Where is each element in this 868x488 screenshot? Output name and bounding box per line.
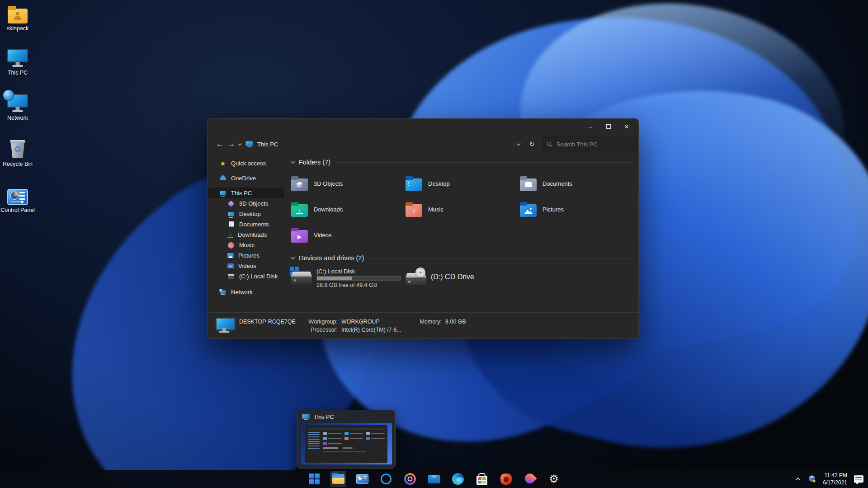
processor-value: Intel(R) Core(TM) i7-6... bbox=[341, 327, 410, 333]
hard-drive-icon bbox=[291, 270, 312, 286]
sidebar-item-downloads[interactable]: Downloads bbox=[208, 230, 284, 240]
cd-disc-icon bbox=[415, 267, 425, 277]
computer-icon bbox=[215, 318, 233, 333]
window-titlebar[interactable]: – ✕ bbox=[208, 119, 638, 134]
workgroup-value: WORKGROUP bbox=[341, 319, 410, 325]
taskbar-mail[interactable] bbox=[426, 471, 442, 487]
preview-thumbnail[interactable] bbox=[301, 423, 392, 465]
tray-overflow-chevron-icon[interactable] bbox=[795, 477, 801, 481]
folder-view: Folders (7) 3D Objects Desktop bbox=[284, 154, 642, 313]
folder-tile-music[interactable]: Music bbox=[406, 197, 520, 222]
folder-icon bbox=[291, 230, 308, 243]
taskbar-settings[interactable]: ⚙ bbox=[546, 471, 562, 487]
sidebar-item-documents[interactable]: Documents bbox=[208, 219, 284, 230]
collapse-chevron-icon[interactable] bbox=[291, 257, 295, 260]
sidebar-item-network[interactable]: Network bbox=[208, 286, 284, 297]
minimize-button[interactable]: – bbox=[581, 120, 599, 133]
play-glyph-icon bbox=[297, 232, 302, 240]
start-button[interactable] bbox=[306, 471, 322, 487]
memory-value: 8.00 GB bbox=[445, 319, 466, 325]
virtualbox-tray-icon[interactable] bbox=[807, 474, 816, 483]
sidebar-item-music[interactable]: Music bbox=[208, 240, 284, 250]
gear-icon: ⚙ bbox=[549, 474, 559, 484]
sidebar-item-pictures[interactable]: Pictures bbox=[208, 250, 284, 261]
taskbar-control-panel[interactable] bbox=[354, 471, 370, 487]
action-center-icon[interactable] bbox=[854, 475, 863, 483]
desktop-icon-label: This PC bbox=[8, 70, 28, 76]
free-space-text: 28.8 GB free of 49.4 GB bbox=[316, 282, 401, 288]
picture-glyph-icon bbox=[524, 208, 533, 214]
user-icon bbox=[13, 11, 22, 20]
desktop-icon-recycle-bin[interactable]: ♻ Recycle Bin bbox=[0, 139, 35, 168]
taskbar-edge[interactable] bbox=[450, 471, 466, 487]
desktop-icon-label: Recycle Bin bbox=[3, 161, 33, 168]
desktop-icon-this-pc[interactable]: This PC bbox=[0, 48, 35, 76]
folder-icon bbox=[8, 9, 28, 23]
sidebar-item-videos[interactable]: Videos bbox=[208, 261, 284, 271]
video-icon bbox=[227, 263, 234, 268]
navigation-bar: ← → This PC ↻ bbox=[208, 134, 638, 154]
taskbar-paint-3d[interactable] bbox=[522, 471, 538, 487]
sidebar-item-quick-access[interactable]: Quick access bbox=[208, 158, 284, 169]
section-header-folders[interactable]: Folders (7) bbox=[291, 157, 634, 168]
clock-date: 6/17/2021 bbox=[823, 479, 847, 486]
monitor-icon bbox=[7, 49, 28, 68]
sidebar-item-this-pc[interactable]: This PC bbox=[208, 188, 284, 198]
taskbar-clock[interactable]: 11:42 PM 6/17/2021 bbox=[823, 472, 847, 486]
drive-tile-c[interactable]: (C:) Local Disk 28.8 GB free of 49.4 GB bbox=[291, 267, 406, 288]
taskbar-thumbnail-preview[interactable]: This PC bbox=[297, 410, 396, 469]
taskbar-office[interactable] bbox=[498, 471, 514, 487]
groove-music-icon bbox=[404, 473, 416, 485]
folder-tile-3d-objects[interactable]: 3D Objects bbox=[291, 171, 406, 197]
address-text: This PC bbox=[257, 141, 278, 148]
mail-envelope-icon bbox=[428, 475, 440, 483]
document-icon bbox=[227, 221, 235, 228]
folder-tile-videos[interactable]: Videos bbox=[291, 222, 406, 248]
sidebar-item-3d-objects[interactable]: 3D Objects bbox=[208, 198, 284, 209]
taskbar: ⚙ 11:42 PM 6/17/2021 bbox=[0, 470, 868, 488]
navigation-pane: Quick access OneDrive This PC 3D Objects bbox=[208, 154, 284, 313]
sidebar-item-desktop[interactable]: Desktop bbox=[208, 209, 284, 219]
taskbar-file-explorer[interactable] bbox=[330, 471, 346, 487]
recent-locations-chevron-icon[interactable] bbox=[237, 143, 242, 146]
section-header-devices[interactable]: Devices and drives (2) bbox=[291, 253, 634, 263]
refresh-icon[interactable]: ↻ bbox=[529, 140, 535, 148]
download-glyph-icon bbox=[296, 207, 303, 214]
sidebar-item-c-drive[interactable]: (C:) Local Disk bbox=[208, 271, 284, 282]
maximize-button[interactable] bbox=[599, 120, 618, 133]
star-icon bbox=[219, 160, 226, 167]
download-arrow-icon bbox=[227, 232, 233, 238]
folder-tile-pictures[interactable]: Pictures bbox=[520, 197, 634, 222]
desktop-icon-network[interactable]: Network bbox=[0, 93, 35, 122]
back-button[interactable]: ← bbox=[214, 140, 226, 149]
folder-tile-documents[interactable]: Documents bbox=[520, 171, 634, 197]
folder-tile-desktop[interactable]: Desktop bbox=[406, 171, 520, 197]
drives-grid: (C:) Local Disk 28.8 GB free of 49.4 GB … bbox=[291, 267, 634, 288]
search-input[interactable] bbox=[557, 141, 629, 148]
processor-label: Processor: bbox=[302, 327, 338, 333]
address-bar[interactable]: This PC bbox=[245, 141, 278, 148]
preview-title: This PC bbox=[314, 414, 334, 420]
drive-tile-d[interactable]: (D:) CD Drive bbox=[406, 267, 520, 288]
close-button[interactable]: ✕ bbox=[618, 120, 636, 133]
folder-icon bbox=[291, 204, 308, 217]
taskbar-groove-music[interactable] bbox=[402, 471, 418, 487]
collapse-chevron-icon[interactable] bbox=[291, 161, 295, 164]
forward-button[interactable]: → bbox=[226, 140, 237, 149]
desktop-icon-label: Control Panel bbox=[0, 207, 35, 214]
desktop-icon-control-panel[interactable]: Control Panel bbox=[0, 185, 35, 214]
recycle-bin-icon: ♻ bbox=[9, 140, 26, 159]
control-panel-icon bbox=[356, 474, 368, 484]
file-explorer-window: – ✕ ← → This PC ↻ bbox=[207, 118, 639, 339]
desktop-icon-label: skinpack bbox=[7, 26, 29, 32]
cloud-icon bbox=[219, 174, 226, 182]
globe-icon bbox=[3, 90, 14, 101]
folder-tile-downloads[interactable]: Downloads bbox=[291, 197, 406, 222]
address-dropdown-chevron-icon[interactable] bbox=[516, 143, 521, 146]
taskbar-cortana[interactable] bbox=[378, 471, 394, 487]
desktop-glyph-icon bbox=[408, 182, 409, 183]
search-box[interactable] bbox=[542, 136, 638, 152]
desktop-icon-skinpack[interactable]: skinpack bbox=[0, 4, 35, 32]
sidebar-item-onedrive[interactable]: OneDrive bbox=[208, 173, 284, 183]
taskbar-store[interactable] bbox=[474, 471, 490, 487]
